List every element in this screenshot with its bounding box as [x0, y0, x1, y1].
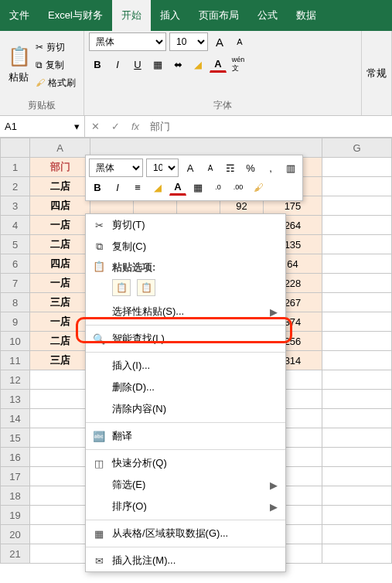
tab-formula[interactable]: 公式 — [248, 0, 287, 31]
cell[interactable]: 二店 — [30, 235, 90, 254]
format-painter-button[interactable]: 🖌格式刷 — [34, 75, 77, 91]
cell[interactable] — [30, 525, 90, 544]
row-header[interactable]: 5 — [1, 235, 30, 254]
ctx-copy[interactable]: ⧉复制(C) — [86, 236, 285, 257]
cell[interactable] — [322, 254, 392, 274]
cell[interactable] — [30, 428, 90, 448]
tab-file[interactable]: 文件 — [0, 0, 39, 31]
col-header-g[interactable]: G — [322, 138, 392, 158]
row-header[interactable]: 19 — [1, 506, 30, 525]
bold-button[interactable]: B — [89, 56, 106, 73]
ctx-insert-comment[interactable]: ✉插入批注(M)... — [86, 550, 285, 571]
paste-button[interactable]: 📋 粘贴 — [5, 43, 32, 87]
ctx-sort[interactable]: 排序(O)▶ — [86, 496, 285, 517]
phonetic-button[interactable]: wén文 — [230, 56, 247, 73]
row-header[interactable]: 12 — [1, 370, 30, 390]
ctx-filter[interactable]: 筛选(E)▶ — [86, 474, 285, 496]
mini-font-color[interactable]: A — [169, 179, 186, 196]
mini-increase-font[interactable]: A — [182, 159, 199, 176]
ctx-smart-lookup[interactable]: 🔍智能查找(L) — [86, 328, 285, 349]
cell[interactable] — [322, 525, 392, 544]
ctx-cut[interactable]: ✂剪切(T) — [86, 214, 285, 236]
mini-border[interactable]: ▦ — [189, 179, 206, 196]
ctx-clear[interactable]: 清除内容(N) — [86, 398, 285, 420]
italic-button[interactable]: I — [109, 56, 126, 73]
cell[interactable]: 一店 — [30, 274, 90, 293]
cell[interactable] — [322, 351, 392, 370]
col-header-a[interactable]: A — [30, 138, 90, 158]
row-header[interactable]: 9 — [1, 312, 30, 332]
increase-font-icon[interactable]: A — [211, 33, 228, 50]
row-header[interactable]: 16 — [1, 448, 30, 467]
cell[interactable] — [322, 293, 392, 312]
cell[interactable] — [30, 544, 90, 564]
cell[interactable] — [322, 370, 392, 390]
row-header[interactable]: 13 — [1, 390, 30, 409]
mini-align-icon[interactable]: ≡ — [129, 179, 146, 196]
corner-cell[interactable] — [1, 138, 30, 158]
cell[interactable]: 二店 — [30, 332, 90, 351]
cell[interactable] — [30, 467, 90, 486]
cell[interactable] — [322, 409, 392, 428]
formula-value[interactable]: 部门 — [145, 120, 392, 134]
cell[interactable] — [322, 448, 392, 467]
row-header[interactable]: 15 — [1, 428, 30, 448]
cell[interactable]: 四店 — [30, 196, 90, 216]
ctx-quick-analysis[interactable]: ◫快速分析(Q) — [86, 452, 285, 474]
mini-fill-color[interactable]: ◢ — [149, 179, 166, 196]
cell[interactable] — [30, 409, 90, 428]
copy-button[interactable]: ⧉复制 — [34, 57, 77, 73]
border-button[interactable]: ▦ — [149, 56, 166, 73]
row-header[interactable]: 10 — [1, 332, 30, 351]
mini-font-size[interactable]: 10 — [146, 159, 179, 177]
cell[interactable]: 一店 — [30, 216, 90, 235]
font-color-button[interactable]: A — [210, 56, 227, 73]
cell[interactable] — [322, 390, 392, 409]
mini-format-painter[interactable]: 🖌 — [250, 179, 267, 196]
merge-button[interactable]: ⬌ — [169, 56, 186, 73]
ctx-translate[interactable]: 🔤翻译 — [86, 425, 285, 447]
tab-layout[interactable]: 页面布局 — [189, 0, 248, 31]
cell[interactable] — [322, 235, 392, 254]
cut-button[interactable]: ✂剪切 — [34, 39, 77, 56]
cell[interactable] — [322, 332, 392, 351]
row-header[interactable]: 4 — [1, 216, 30, 235]
font-size-select[interactable]: 10 — [169, 32, 208, 51]
cell[interactable] — [30, 390, 90, 409]
font-name-select[interactable]: 黑体 — [89, 32, 166, 51]
tab-insert[interactable]: 插入 — [151, 0, 189, 31]
cell[interactable] — [322, 486, 392, 506]
row-header[interactable]: 20 — [1, 525, 30, 544]
cell[interactable] — [322, 312, 392, 332]
row-header[interactable]: 11 — [1, 351, 30, 370]
mini-format-icon[interactable]: ▥ — [282, 159, 299, 176]
cell[interactable] — [30, 448, 90, 467]
mini-bold[interactable]: B — [89, 179, 106, 196]
mini-dec-inc[interactable]: .0 — [210, 179, 227, 196]
ctx-delete[interactable]: 删除(D)... — [86, 377, 285, 398]
accept-formula-icon[interactable]: ✓ — [105, 121, 125, 132]
cell[interactable]: 三店 — [30, 351, 90, 370]
mini-dec-dec[interactable]: .00 — [230, 179, 247, 196]
cell[interactable]: 二店 — [30, 177, 90, 196]
row-header[interactable]: 17 — [1, 467, 30, 486]
tab-excel-finance[interactable]: Excel与财务 — [39, 0, 112, 31]
cell[interactable] — [322, 196, 392, 216]
cell[interactable]: 部门 — [30, 158, 90, 177]
ctx-from-table[interactable]: ▦从表格/区域获取数据(G)... — [86, 523, 285, 544]
row-header[interactable]: 21 — [1, 544, 30, 564]
cell[interactable] — [322, 177, 392, 196]
ctx-paste-special[interactable]: 选择性粘贴(S)...▶ — [86, 301, 285, 322]
fill-color-button[interactable]: ◢ — [189, 56, 206, 73]
cell[interactable] — [322, 274, 392, 293]
cell[interactable] — [322, 506, 392, 525]
mini-font-name[interactable]: 黑体 — [89, 159, 143, 177]
row-header[interactable]: 1 — [1, 158, 30, 177]
paste-option-1[interactable]: 📋 — [112, 279, 131, 296]
cell[interactable] — [30, 370, 90, 390]
mini-comma-button[interactable]: , — [262, 159, 279, 176]
tab-home[interactable]: 开始 — [112, 0, 151, 31]
cell[interactable]: 四店 — [30, 254, 90, 274]
tab-data[interactable]: 数据 — [287, 0, 326, 31]
cell[interactable] — [30, 486, 90, 506]
